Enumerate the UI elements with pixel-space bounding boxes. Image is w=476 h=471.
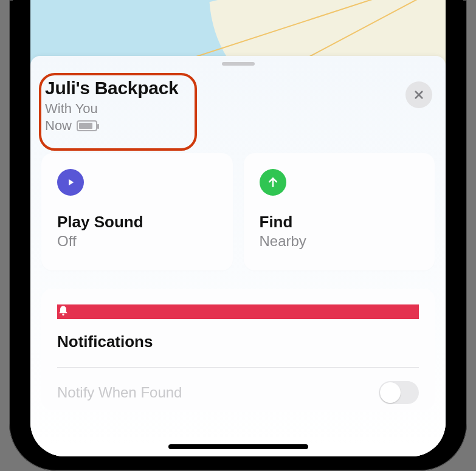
item-header: Juli's Backpack With You Now (41, 67, 435, 148)
bell-icon (57, 304, 419, 319)
close-button[interactable] (405, 81, 432, 108)
battery-icon (77, 120, 97, 131)
notify-when-found-label: Notify When Found (57, 384, 182, 401)
notify-when-found-row[interactable]: Notify When Found (57, 368, 419, 410)
notify-when-found-toggle[interactable] (379, 381, 419, 404)
toggle-knob (380, 382, 401, 403)
close-icon (413, 89, 424, 100)
bezel: Juli's Backpack With You Now (9, 0, 467, 471)
device-frame: Juli's Backpack With You Now (0, 0, 476, 471)
item-detail-sheet[interactable]: Juli's Backpack With You Now (30, 56, 446, 456)
home-indicator[interactable] (168, 444, 308, 449)
sheet-grabber[interactable] (222, 62, 255, 66)
item-time-status-row: Now (45, 118, 431, 134)
svg-point-0 (62, 314, 64, 315)
play-sound-status: Off (57, 233, 217, 250)
notifications-title: Notifications (57, 332, 419, 351)
screen: Juli's Backpack With You Now (30, 0, 446, 456)
item-title: Juli's Backpack (45, 78, 431, 98)
notifications-section: Notifications Notify When Found (41, 289, 435, 410)
arrow-up-icon (260, 169, 286, 196)
bottom-fade (30, 414, 446, 456)
play-icon (57, 169, 84, 196)
play-sound-card[interactable]: Play Sound Off (41, 153, 233, 270)
action-cards-row: Play Sound Off Find Nearby (41, 153, 435, 270)
find-card[interactable]: Find Nearby (244, 153, 435, 270)
item-location-status: With You (45, 101, 431, 117)
find-status: Nearby (260, 233, 419, 250)
item-time-status: Now (45, 118, 72, 134)
play-sound-label: Play Sound (57, 213, 217, 232)
find-label: Find (260, 213, 419, 232)
